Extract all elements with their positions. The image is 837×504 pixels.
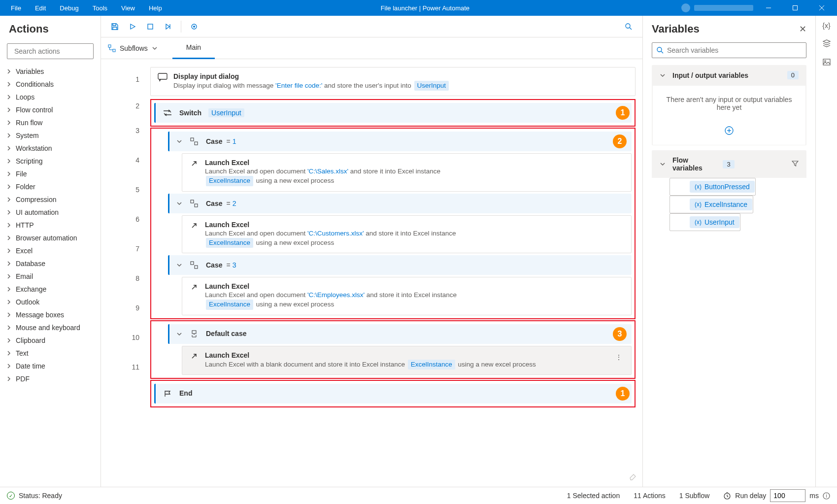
io-variables-header[interactable]: Input / output variables 0 <box>652 65 806 85</box>
subflows-label: Subflows <box>120 44 148 52</box>
action-category[interactable]: File <box>0 168 100 180</box>
delay-input[interactable] <box>770 489 805 502</box>
action-category[interactable]: PDF <box>0 372 100 385</box>
actions-title: Actions <box>0 16 100 40</box>
action-category[interactable]: Compression <box>0 193 100 206</box>
delay-unit: ms <box>809 492 819 500</box>
annotation-group-3: Default case 3 Launch Excel Launch Excel… <box>150 320 636 379</box>
action-category[interactable]: Browser automation <box>0 232 100 244</box>
action-category[interactable]: Clipboard <box>0 334 100 347</box>
action-default-case[interactable]: Default case <box>168 324 632 344</box>
action-category[interactable]: UI automation <box>0 206 100 219</box>
eraser-icon[interactable] <box>629 471 637 482</box>
chevron-down-icon[interactable] <box>176 262 182 268</box>
maximize-button[interactable] <box>784 0 806 16</box>
filter-icon[interactable] <box>792 160 799 168</box>
menu-file[interactable]: File <box>4 1 28 15</box>
action-category[interactable]: Date time <box>0 360 100 372</box>
line-number: 7 <box>101 236 150 261</box>
action-category[interactable]: Variables <box>0 65 100 78</box>
action-category[interactable]: Outlook <box>0 296 100 308</box>
status-text: Status: Ready <box>19 492 62 500</box>
actions-panel: Actions VariablesConditionalsLoopsFlow c… <box>0 16 101 487</box>
action-launch-excel-1[interactable]: Launch Excel Launch Excel and open docum… <box>182 153 632 191</box>
chevron-down-icon[interactable] <box>176 201 182 206</box>
menu-tools[interactable]: Tools <box>86 1 114 15</box>
variables-panel: Variables ✕ Input / output variables 0 T… <box>642 16 837 487</box>
action-case-3[interactable]: Case=3 <box>168 255 632 275</box>
variables-search-input[interactable] <box>667 46 802 54</box>
subflows-count: 1 Subflow <box>679 492 709 500</box>
actions-tree[interactable]: VariablesConditionalsLoopsFlow controlRu… <box>0 62 100 487</box>
more-actions-button[interactable]: ⋮ <box>613 351 624 363</box>
close-button[interactable] <box>810 0 833 16</box>
action-case-2[interactable]: Case=2 <box>168 194 632 213</box>
action-category[interactable]: Loops <box>0 91 100 103</box>
action-description: Display input dialog with message 'Enter… <box>173 81 628 91</box>
info-icon[interactable]: i <box>823 492 830 500</box>
action-category[interactable]: Run flow <box>0 116 100 129</box>
tab-main[interactable]: Main <box>172 37 215 59</box>
variables-close-button[interactable]: ✕ <box>799 24 806 34</box>
menu-help[interactable]: Help <box>142 1 169 15</box>
variables-rail-icon[interactable]: {x} <box>822 22 830 30</box>
menu-debug[interactable]: Debug <box>53 1 85 15</box>
chevron-down-icon <box>660 72 666 78</box>
action-launch-excel-blank[interactable]: Launch Excel Launch Excel with a blank d… <box>182 346 632 375</box>
svg-rect-6 <box>148 24 153 29</box>
minimize-button[interactable] <box>757 0 780 16</box>
case-icon <box>189 260 199 270</box>
action-category[interactable]: Message boxes <box>0 308 100 321</box>
action-end[interactable]: End <box>154 384 632 403</box>
action-display-input-dialog[interactable]: Display input dialog Display input dialo… <box>150 67 636 96</box>
case-icon <box>189 136 199 146</box>
svg-rect-15 <box>195 142 198 145</box>
action-category[interactable]: System <box>0 129 100 142</box>
flow-steps: Display input dialog Display input dialo… <box>150 59 642 487</box>
flow-canvas[interactable]: 1 2 3 4 5 6 7 8 9 10 11 Display input di… <box>101 59 642 487</box>
action-category[interactable]: Email <box>0 270 100 283</box>
subflows-dropdown[interactable]: Subflows <box>108 44 158 52</box>
chevron-down-icon[interactable] <box>176 138 182 144</box>
toolbar-search-button[interactable] <box>621 19 636 34</box>
record-button[interactable] <box>186 19 202 34</box>
save-button[interactable] <box>107 19 123 34</box>
user-avatar-icon[interactable] <box>681 3 690 12</box>
actions-search[interactable] <box>7 43 94 59</box>
flow-variables-header[interactable]: Flow variables 3 <box>652 150 806 178</box>
action-case-1[interactable]: Case=1 <box>168 132 632 151</box>
action-category[interactable]: Database <box>0 257 100 270</box>
action-category[interactable]: Flow control <box>0 103 100 116</box>
layers-rail-icon[interactable] <box>822 38 831 49</box>
variable-chip[interactable]: (x)ExcelInstance <box>690 199 752 210</box>
dialog-icon <box>158 72 167 82</box>
next-button[interactable] <box>160 19 176 34</box>
action-launch-excel-3[interactable]: Launch Excel Launch Excel and open docum… <box>182 277 632 315</box>
menu-edit[interactable]: Edit <box>28 1 53 15</box>
variables-search[interactable] <box>652 42 806 58</box>
actions-search-input[interactable] <box>14 47 100 55</box>
variable-chip[interactable]: (x)ButtonPressed <box>690 181 755 193</box>
chevron-down-icon[interactable] <box>176 331 182 337</box>
action-category[interactable]: Conditionals <box>0 78 100 91</box>
action-category[interactable]: Mouse and keyboard <box>0 321 100 334</box>
line-number: 10 <box>101 320 150 355</box>
run-button[interactable] <box>125 19 140 34</box>
add-variable-button[interactable] <box>653 121 805 145</box>
line-number: 1 <box>101 65 150 94</box>
variables-title: Variables <box>652 23 700 35</box>
menu-view[interactable]: View <box>114 1 142 15</box>
images-rail-icon[interactable] <box>822 58 831 68</box>
action-category[interactable]: Scripting <box>0 155 100 168</box>
action-launch-excel-2[interactable]: Launch Excel Launch Excel and open docum… <box>182 215 632 253</box>
action-category[interactable]: HTTP <box>0 219 100 232</box>
action-category[interactable]: Workstation <box>0 142 100 155</box>
action-category[interactable]: Folder <box>0 180 100 193</box>
stop-button[interactable] <box>142 19 158 34</box>
action-category[interactable]: Excel <box>0 244 100 257</box>
variable-chip[interactable]: (x)UserInput <box>690 216 739 228</box>
line-number: 11 <box>101 355 150 379</box>
action-category[interactable]: Text <box>0 347 100 360</box>
action-category[interactable]: Exchange <box>0 283 100 296</box>
action-switch[interactable]: Switch UserInput <box>154 103 632 123</box>
